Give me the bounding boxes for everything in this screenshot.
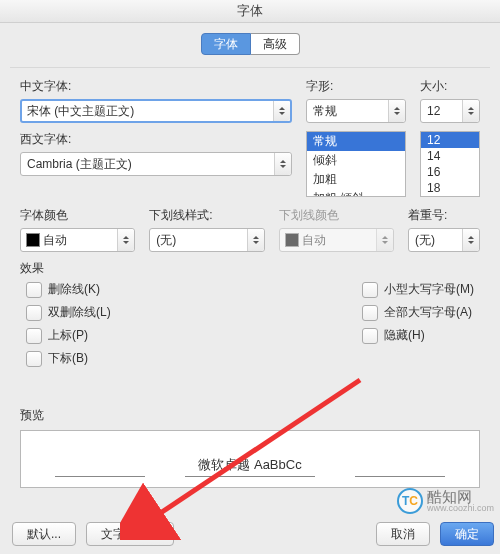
window-title: 字体 xyxy=(0,0,500,23)
preview-sample: 微软卓越 AaBbCc xyxy=(185,456,315,477)
style-option[interactable]: 常规 xyxy=(307,132,405,151)
size-option[interactable]: 12 xyxy=(421,132,479,148)
style-listbox[interactable]: 常规 倾斜 加粗 加粗 倾斜 xyxy=(306,131,406,197)
checkbox-icon xyxy=(26,305,42,321)
main-panel: 中文字体: 宋体 (中文主题正文) 字形: 常规 大小: 12 xyxy=(10,67,490,494)
default-button[interactable]: 默认... xyxy=(12,522,76,546)
preview-slot-left xyxy=(55,458,145,477)
size-option[interactable]: 20 xyxy=(421,196,479,197)
label-west-font: 西文字体: xyxy=(20,131,292,148)
preview-box: 微软卓越 AaBbCc xyxy=(20,430,480,488)
ok-button[interactable]: 确定 xyxy=(440,522,494,546)
size-option[interactable]: 18 xyxy=(421,180,479,196)
chevron-icon[interactable] xyxy=(247,229,264,251)
check-strikethrough[interactable]: 删除线(K) xyxy=(26,281,111,298)
font-color-combo[interactable]: 自动 xyxy=(20,228,135,252)
check-hidden[interactable]: 隐藏(H) xyxy=(362,327,474,344)
checkbox-icon xyxy=(362,305,378,321)
watermark-url: www.coozhi.com xyxy=(427,504,494,513)
checkbox-icon xyxy=(26,351,42,367)
tab-font[interactable]: 字体 xyxy=(201,33,251,55)
chevron-icon[interactable] xyxy=(273,101,290,121)
emphasis-value: (无) xyxy=(415,232,435,249)
underline-style-combo[interactable]: (无) xyxy=(149,228,264,252)
label-font-color: 字体颜色 xyxy=(20,207,135,224)
label-emphasis: 着重号: xyxy=(408,207,480,224)
underline-color-combo: 自动 xyxy=(279,228,394,252)
chevron-icon[interactable] xyxy=(462,229,479,251)
check-smallcaps[interactable]: 小型大写字母(M) xyxy=(362,281,474,298)
emphasis-combo[interactable]: (无) xyxy=(408,228,480,252)
underline-color-value: 自动 xyxy=(302,232,326,249)
style-combo[interactable]: 常规 xyxy=(306,99,406,123)
label-preview: 预览 xyxy=(20,407,480,424)
preview-slot-right xyxy=(355,458,445,477)
size-value: 12 xyxy=(427,104,440,118)
west-font-value: Cambria (主题正文) xyxy=(27,156,132,173)
label-cn-font: 中文字体: xyxy=(20,78,292,95)
label-underline-style: 下划线样式: xyxy=(149,207,264,224)
label-underline-color: 下划线颜色 xyxy=(279,207,394,224)
size-listbox[interactable]: 12 14 16 18 20 xyxy=(420,131,480,197)
size-option[interactable]: 14 xyxy=(421,148,479,164)
checkbox-icon xyxy=(362,282,378,298)
chevron-icon[interactable] xyxy=(388,100,405,122)
check-allcaps[interactable]: 全部大写字母(A) xyxy=(362,304,474,321)
style-option[interactable]: 加粗 倾斜 xyxy=(307,189,405,197)
chevron-icon[interactable] xyxy=(117,229,134,251)
label-style: 字形: xyxy=(306,78,406,95)
color-swatch-icon xyxy=(26,233,40,247)
style-option[interactable]: 加粗 xyxy=(307,170,405,189)
tab-advanced[interactable]: 高级 xyxy=(251,33,300,55)
cn-font-value: 宋体 (中文主题正文) xyxy=(27,103,134,120)
style-value: 常规 xyxy=(313,103,337,120)
cancel-button[interactable]: 取消 xyxy=(376,522,430,546)
check-double-strike[interactable]: 双删除线(L) xyxy=(26,304,111,321)
size-option[interactable]: 16 xyxy=(421,164,479,180)
effects-group: 删除线(K) 双删除线(L) 上标(P) 下标(B) 小型大写字母(M) 全部大… xyxy=(20,281,480,367)
cn-font-combo[interactable]: 宋体 (中文主题正文) xyxy=(20,99,292,123)
font-dialog: 字体 字体 高级 中文字体: 宋体 (中文主题正文) 字形: 常规 xyxy=(0,0,500,554)
color-swatch-icon xyxy=(285,233,299,247)
check-subscript[interactable]: 下标(B) xyxy=(26,350,111,367)
chevron-icon xyxy=(376,229,393,251)
check-superscript[interactable]: 上标(P) xyxy=(26,327,111,344)
label-effects: 效果 xyxy=(20,260,480,277)
size-combo[interactable]: 12 xyxy=(420,99,480,123)
west-font-combo[interactable]: Cambria (主题正文) xyxy=(20,152,292,176)
label-size: 大小: xyxy=(420,78,480,95)
text-effects-button[interactable]: 文字效果... xyxy=(86,522,174,546)
checkbox-icon xyxy=(26,282,42,298)
tab-group: 字体 高级 xyxy=(0,33,500,55)
style-option[interactable]: 倾斜 xyxy=(307,151,405,170)
chevron-icon[interactable] xyxy=(462,100,479,122)
font-color-value: 自动 xyxy=(43,232,67,249)
chevron-icon[interactable] xyxy=(274,153,291,175)
underline-style-value: (无) xyxy=(156,232,176,249)
footer: 默认... 文字效果... 取消 确定 xyxy=(0,522,500,546)
checkbox-icon xyxy=(26,328,42,344)
checkbox-icon xyxy=(362,328,378,344)
